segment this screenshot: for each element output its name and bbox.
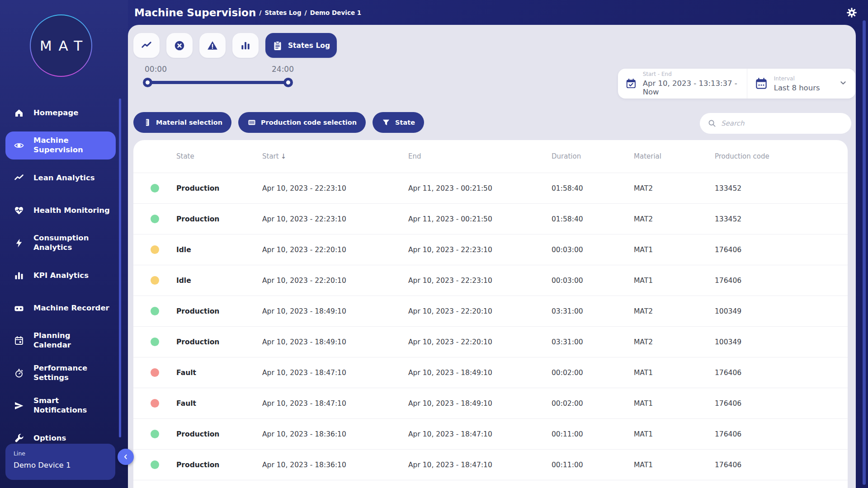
duration-cell: 00:11:00 (552, 461, 634, 469)
slider-start-label: 00:00 (145, 65, 167, 74)
production-code-selection-button[interactable]: Production code selection (238, 112, 366, 133)
slider-track[interactable] (146, 81, 289, 84)
search-input[interactable] (721, 119, 844, 127)
table-row[interactable]: Fault Apr 10, 2023 - 18:47:10 Apr 10, 20… (133, 388, 848, 419)
bar-chart-tab-icon (240, 40, 251, 52)
state-cell: Fault (176, 369, 262, 377)
tab-states-log[interactable]: States Log (265, 33, 337, 58)
home-icon (14, 108, 24, 118)
warning-triangle-icon (207, 40, 218, 52)
state-dot (151, 368, 159, 377)
state-dot (151, 215, 159, 223)
state-filter-button[interactable]: State (373, 112, 424, 133)
duration-cell: 01:58:40 (552, 215, 634, 223)
tab-trend[interactable] (133, 33, 160, 58)
end-cell: Apr 10, 2023 - 18:49:10 (408, 399, 552, 408)
state-cell: Idle (176, 246, 262, 254)
interval-select[interactable]: Interval Last 8 hours (747, 69, 855, 99)
sidebar-item-homepage[interactable]: Homepage (0, 97, 128, 129)
duration-cell: 00:11:00 (552, 430, 634, 438)
sidebar-item-machine-recorder[interactable]: Machine Recorder (0, 292, 128, 324)
breadcrumb-device[interactable]: Demo Device 1 (310, 9, 361, 16)
duration-cell: 00:02:00 (552, 399, 634, 408)
start-cell: Apr 10, 2023 - 18:36:10 (262, 430, 408, 438)
sidebar-item-consumption-analytics[interactable]: Consumption Analytics (0, 227, 128, 259)
table-row[interactable]: Fault Apr 10, 2023 - 18:47:10 Apr 10, 20… (133, 357, 848, 388)
state-dot (151, 460, 159, 469)
sidebar-item-planning-calendar[interactable]: Planning Calendar (0, 324, 128, 357)
end-cell: Apr 10, 2023 - 22:23:10 (408, 277, 552, 285)
page-scrollbar[interactable] (863, 20, 866, 485)
device-type-label: Line (14, 450, 107, 457)
column-header-start[interactable]: Start↓ (262, 152, 408, 160)
column-header-production-code[interactable]: Production code (715, 152, 848, 160)
state-dot (151, 276, 159, 285)
sidebar-nav: Homepage Machine Supervision Lean Analyt… (0, 97, 128, 455)
wrench-icon (14, 433, 24, 444)
slider-handle-end[interactable] (283, 78, 293, 87)
table-row[interactable]: Production Apr 10, 2023 - 18:49:10 Apr 1… (133, 327, 848, 357)
start-end-picker[interactable]: Start - End Apr 10, 2023 - 13:13:37 - No… (618, 69, 747, 99)
table-row[interactable]: Production Apr 10, 2023 - 18:49:10 Apr 1… (133, 296, 848, 327)
duration-cell: 00:03:00 (552, 246, 634, 254)
end-cell: Apr 10, 2023 - 18:47:10 (408, 461, 552, 469)
state-cell: Production (176, 184, 262, 192)
state-dot (151, 430, 159, 438)
production-code-cell: 100349 (715, 307, 848, 315)
tab-statistics[interactable] (232, 33, 259, 58)
table-row[interactable]: Production Apr 10, 2023 - 18:36:10 Apr 1… (133, 450, 848, 480)
start-cell: Apr 10, 2023 - 22:20:10 (262, 277, 408, 285)
page-title: Machine Supervision (134, 7, 256, 19)
table-row[interactable]: Idle Apr 10, 2023 - 22:20:10 Apr 10, 202… (133, 235, 848, 265)
column-header-end[interactable]: End (408, 152, 552, 160)
end-cell: Apr 10, 2023 - 22:20:10 (408, 338, 552, 346)
sidebar-item-smart-notifications[interactable]: Smart Notifications (0, 389, 128, 422)
material-cell: MAT1 (634, 246, 715, 254)
sidebar-item-label: Performance Settings (33, 364, 89, 382)
sidebar-item-kpi-analytics[interactable]: KPI Analytics (0, 259, 128, 292)
device-selector-card[interactable]: Line Demo Device 1 (5, 444, 115, 480)
sidebar-item-health-monitoring[interactable]: Health Monitoring (0, 194, 128, 227)
settings-gear-icon[interactable] (846, 7, 858, 19)
table-row[interactable]: Production Apr 10, 2023 - 18:36:10 Apr 1… (133, 419, 848, 450)
tab-warnings[interactable] (199, 33, 226, 58)
column-header-state[interactable]: State (176, 152, 262, 160)
chevron-down-icon (838, 78, 848, 89)
calendar-interval-icon (755, 77, 768, 90)
view-tabs: States Log (133, 33, 337, 58)
tab-states-log-label: States Log (288, 42, 330, 50)
barcode-icon (247, 118, 256, 127)
sidebar-item-label: Health Monitoring (33, 206, 110, 216)
column-header-duration[interactable]: Duration (552, 152, 634, 160)
table-row[interactable]: Production Apr 10, 2023 - 22:23:10 Apr 1… (133, 173, 848, 204)
sidebar-scrollbar[interactable] (119, 99, 121, 437)
state-cell: Production (176, 338, 262, 346)
search-box (700, 113, 851, 134)
production-code-cell: 176406 (715, 461, 848, 469)
table-row[interactable]: Production Apr 10, 2023 - 22:23:10 Apr 1… (133, 204, 848, 235)
time-range-slider: 00:00 24:00 (145, 65, 294, 84)
bar-chart-icon (14, 270, 24, 281)
table-row[interactable]: Idle Apr 10, 2023 - 22:20:10 Apr 10, 202… (133, 265, 848, 296)
sidebar-item-lean-analytics[interactable]: Lean Analytics (0, 162, 128, 194)
sidebar-item-machine-supervision[interactable]: Machine Supervision (5, 131, 116, 160)
breadcrumb-states-log[interactable]: States Log (264, 9, 301, 16)
interval-value: Last 8 hours (774, 84, 820, 92)
slider-end-label: 24:00 (272, 65, 294, 74)
start-cell: Apr 10, 2023 - 18:47:10 (262, 399, 408, 408)
sidebar-collapse-button[interactable] (118, 449, 134, 465)
tab-errors[interactable] (166, 33, 193, 58)
trend-icon (14, 173, 24, 183)
material-cell: MAT1 (634, 277, 715, 285)
material-selection-button[interactable]: Material selection (133, 112, 231, 133)
sidebar-item-performance-settings[interactable]: Performance Settings (0, 357, 128, 389)
device-name: Demo Device 1 (14, 461, 107, 469)
trend-tab-icon (141, 40, 152, 52)
state-dot (151, 245, 159, 254)
funnel-icon (382, 118, 391, 127)
state-filter-label: State (395, 119, 415, 126)
duration-cell: 03:31:00 (552, 338, 634, 346)
slider-handle-start[interactable] (143, 78, 152, 87)
column-header-material[interactable]: Material (634, 152, 715, 160)
table-header-row: State Start↓ End Duration Material Produ… (133, 140, 848, 173)
